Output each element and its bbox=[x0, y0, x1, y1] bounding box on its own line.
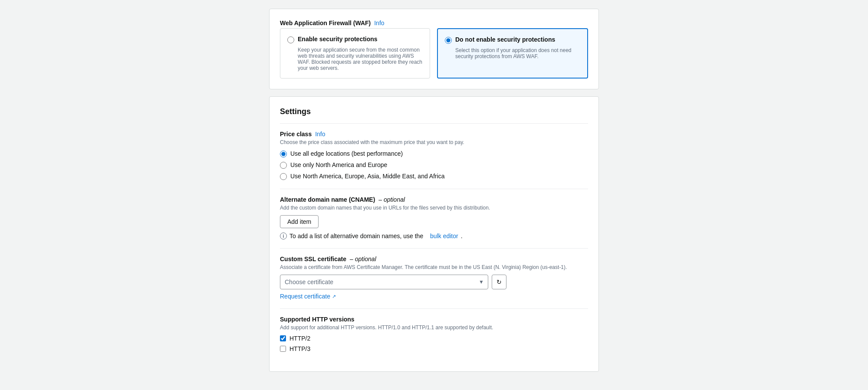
http-versions-description: Add support for additional HTTP versions… bbox=[280, 324, 588, 331]
waf-enable-description: Keep your application secure from the mo… bbox=[298, 47, 423, 71]
price-class-group: Price class Info Choose the price class … bbox=[280, 131, 588, 180]
ssl-certificate-optional: – optional bbox=[350, 256, 376, 262]
request-certificate-link[interactable]: Request certificate ↗ bbox=[280, 293, 336, 300]
request-certificate-text: Request certificate bbox=[280, 293, 330, 300]
price-class-na-europe-radio[interactable] bbox=[280, 162, 287, 169]
bulk-editor-message: i To add a list of alternative domain na… bbox=[280, 233, 588, 239]
settings-section: Settings Price class Info Choose the pri… bbox=[269, 96, 599, 372]
ssl-certificate-select-row: Choose certificate ▼ ↻ bbox=[280, 275, 588, 289]
price-class-na-europe-label[interactable]: Use only North America and Europe bbox=[290, 161, 387, 168]
refresh-button[interactable]: ↻ bbox=[492, 275, 506, 289]
http-versions-label: Supported HTTP versions bbox=[280, 316, 588, 323]
waf-title: Web Application Firewall (WAF) Info bbox=[280, 20, 588, 26]
http3-label[interactable]: HTTP/3 bbox=[289, 345, 310, 352]
alternate-domain-description: Add the custom domain names that you use… bbox=[280, 205, 588, 211]
price-class-option-3[interactable]: Use North America, Europe, Asia, Middle … bbox=[280, 172, 588, 180]
http2-checkbox[interactable] bbox=[280, 335, 286, 341]
waf-info-link[interactable]: Info bbox=[374, 20, 384, 26]
alternate-domain-group: Alternate domain name (CNAME) – optional… bbox=[280, 196, 588, 239]
http3-checkbox[interactable] bbox=[280, 346, 286, 352]
price-class-option-2[interactable]: Use only North America and Europe bbox=[280, 161, 588, 169]
info-circle-icon: i bbox=[280, 233, 287, 239]
ssl-certificate-select-wrapper: Choose certificate ▼ bbox=[280, 275, 488, 289]
alternate-domain-label-text: Alternate domain name (CNAME) bbox=[280, 196, 375, 203]
price-class-label: Price class Info bbox=[280, 131, 588, 138]
http-versions-group: Supported HTTP versions Add support for … bbox=[280, 316, 588, 352]
waf-enable-radio[interactable] bbox=[287, 36, 294, 43]
price-class-info-link[interactable]: Info bbox=[315, 131, 325, 138]
waf-title-text: Web Application Firewall (WAF) bbox=[280, 20, 371, 26]
refresh-icon: ↻ bbox=[496, 279, 502, 285]
http3-option[interactable]: HTTP/3 bbox=[280, 345, 588, 352]
price-class-option-1[interactable]: Use all edge locations (best performance… bbox=[280, 150, 588, 157]
waf-disable-radio[interactable] bbox=[445, 37, 452, 44]
waf-enable-card[interactable]: Enable security protections Keep your ap… bbox=[280, 28, 430, 79]
price-class-na-europe-asia-label[interactable]: Use North America, Europe, Asia, Middle … bbox=[290, 173, 445, 180]
ssl-certificate-label-text: Custom SSL certificate bbox=[280, 256, 346, 262]
bulk-editor-pre-text: To add a list of alternative domain name… bbox=[289, 233, 423, 239]
waf-section: Web Application Firewall (WAF) Info Enab… bbox=[269, 9, 599, 89]
http2-option[interactable]: HTTP/2 bbox=[280, 335, 588, 342]
waf-disable-description: Select this option if your application d… bbox=[455, 47, 580, 59]
price-class-all-edge-radio[interactable] bbox=[280, 151, 287, 157]
waf-disable-label[interactable]: Do not enable security protections bbox=[455, 36, 555, 43]
price-class-description: Choose the price class associated with t… bbox=[280, 139, 588, 145]
settings-title: Settings bbox=[280, 107, 588, 116]
ssl-certificate-group: Custom SSL certificate – optional Associ… bbox=[280, 256, 588, 300]
price-class-all-edge-label[interactable]: Use all edge locations (best performance… bbox=[290, 150, 403, 157]
ssl-certificate-description: Associate a certificate from AWS Certifi… bbox=[280, 264, 588, 270]
waf-options-container: Enable security protections Keep your ap… bbox=[280, 28, 588, 79]
external-link-icon: ↗ bbox=[332, 294, 336, 299]
waf-disable-card[interactable]: Do not enable security protections Selec… bbox=[437, 28, 588, 79]
bulk-editor-link[interactable]: bulk editor bbox=[430, 233, 458, 239]
waf-enable-label[interactable]: Enable security protections bbox=[298, 36, 378, 43]
add-item-button[interactable]: Add item bbox=[280, 215, 319, 228]
ssl-certificate-label: Custom SSL certificate – optional bbox=[280, 256, 588, 262]
alternate-domain-optional: – optional bbox=[378, 196, 405, 203]
price-class-na-europe-asia-radio[interactable] bbox=[280, 173, 287, 180]
price-class-label-text: Price class bbox=[280, 131, 312, 138]
http2-label[interactable]: HTTP/2 bbox=[289, 335, 310, 342]
ssl-certificate-select[interactable]: Choose certificate bbox=[280, 275, 488, 289]
alternate-domain-label: Alternate domain name (CNAME) – optional bbox=[280, 196, 588, 203]
